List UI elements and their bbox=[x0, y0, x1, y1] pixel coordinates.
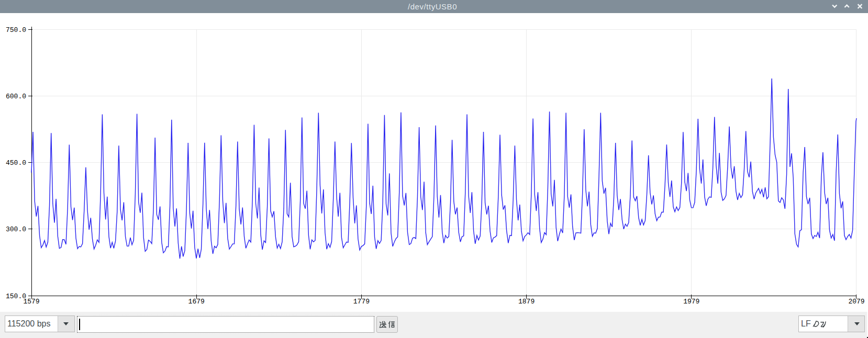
svg-text:1879: 1879 bbox=[518, 298, 535, 306]
svg-text:600.0: 600.0 bbox=[6, 93, 26, 100]
svg-text:450.0: 450.0 bbox=[6, 159, 26, 167]
svg-text:1979: 1979 bbox=[683, 298, 699, 306]
svg-text:300.0: 300.0 bbox=[6, 226, 26, 233]
svg-text:750.0: 750.0 bbox=[6, 26, 26, 34]
svg-text:1679: 1679 bbox=[188, 298, 205, 306]
svg-text:1779: 1779 bbox=[353, 298, 370, 306]
svg-text:2079: 2079 bbox=[848, 298, 864, 306]
svg-text:1579: 1579 bbox=[23, 298, 39, 306]
